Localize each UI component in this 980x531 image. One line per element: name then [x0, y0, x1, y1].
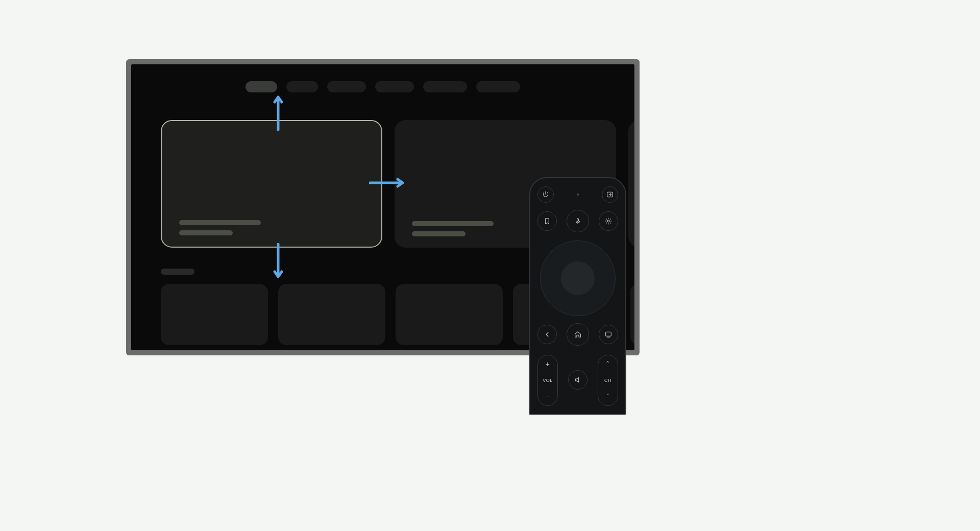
- tab-item[interactable]: [327, 81, 366, 92]
- tv-icon: [604, 330, 612, 339]
- tab-item[interactable]: [375, 81, 414, 92]
- content-tile[interactable]: [396, 284, 503, 345]
- mute-button[interactable]: [568, 370, 587, 390]
- nav-arrow-down-icon: [273, 243, 283, 279]
- back-icon: [543, 330, 551, 339]
- channel-rocker[interactable]: ˄ CH ˅: [598, 355, 618, 406]
- select-button[interactable]: [561, 261, 595, 295]
- tab-item[interactable]: [476, 81, 520, 92]
- nav-arrow-up-icon: [273, 95, 283, 131]
- remote-led-icon: [577, 194, 579, 196]
- content-tile[interactable]: [630, 284, 634, 345]
- volume-up-icon: +: [546, 360, 550, 368]
- content-tile[interactable]: [278, 284, 385, 345]
- home-button[interactable]: [567, 323, 589, 346]
- mic-icon: [574, 217, 582, 225]
- volume-rocker[interactable]: + VOL −: [537, 355, 558, 406]
- placeholder-line: [412, 231, 465, 236]
- svg-point-2: [607, 220, 609, 222]
- nav-arrow-right-icon: [369, 178, 405, 188]
- hero-card-focused[interactable]: [161, 120, 382, 248]
- placeholder-line: [179, 220, 261, 225]
- channel-label: CH: [604, 378, 611, 383]
- power-icon: [542, 190, 550, 199]
- svg-rect-1: [577, 219, 579, 222]
- power-button[interactable]: [537, 186, 554, 203]
- mute-icon: [574, 376, 582, 384]
- bookmark-button[interactable]: [537, 211, 557, 231]
- voice-button[interactable]: [567, 210, 589, 232]
- home-icon: [574, 330, 582, 339]
- settings-icon: [604, 217, 612, 225]
- channel-up-icon: ˄: [606, 360, 610, 368]
- back-button[interactable]: [537, 325, 557, 344]
- volume-label: VOL: [543, 378, 553, 383]
- input-icon: [606, 190, 614, 199]
- tab-item[interactable]: [286, 81, 318, 92]
- placeholder-line: [179, 230, 233, 235]
- top-tabs: [131, 81, 634, 92]
- placeholder-line: [412, 221, 494, 226]
- channel-down-icon: ˅: [606, 393, 610, 400]
- tab-item[interactable]: [423, 81, 467, 92]
- svg-rect-3: [606, 332, 611, 336]
- dpad[interactable]: [540, 240, 616, 316]
- volume-down-icon: −: [546, 393, 550, 400]
- bookmark-icon: [543, 217, 551, 225]
- guide-button[interactable]: [599, 325, 618, 344]
- input-button[interactable]: [602, 186, 618, 203]
- section-label: [161, 269, 194, 275]
- content-tile[interactable]: [161, 284, 268, 345]
- tab-item-selected[interactable]: [246, 81, 277, 92]
- hero-card[interactable]: [628, 120, 634, 248]
- settings-button[interactable]: [599, 211, 618, 231]
- remote-control: + VOL − ˄ CH ˅: [529, 177, 626, 415]
